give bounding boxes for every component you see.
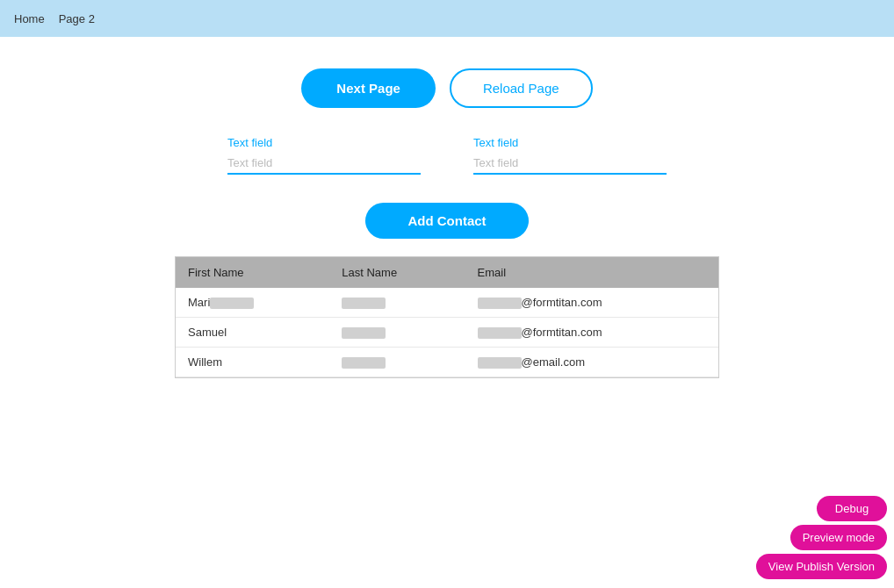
field2-label: Text field — [473, 136, 667, 149]
table-header-row: First Name Last Name Email — [176, 257, 718, 288]
action-buttons-row: Next Page Reload Page — [0, 37, 894, 108]
nav-page2[interactable]: Page 2 — [59, 12, 95, 25]
table-row: Samuel @formtitan.com — [176, 318, 718, 348]
field-group-2: Text field — [473, 136, 667, 175]
contacts-table: First Name Last Name Email Mari @formtit… — [176, 257, 718, 377]
main-content: Next Page Reload Page Text field Text fi… — [0, 37, 894, 588]
next-page-button[interactable]: Next Page — [301, 68, 436, 108]
topbar: Home Page 2 — [0, 0, 894, 37]
col-lastname: Last Name — [329, 257, 465, 288]
row1-lastname — [329, 288, 465, 318]
field-group-1: Text field — [227, 136, 421, 175]
reload-page-button[interactable]: Reload Page — [450, 68, 593, 108]
add-contact-row: Add Contact — [0, 203, 894, 239]
row2-lastname — [329, 318, 465, 348]
blurred-text — [342, 357, 386, 369]
debug-button[interactable]: Debug — [817, 496, 887, 521]
blurred-text — [342, 298, 386, 309]
row3-firstname: Willem — [176, 348, 329, 377]
add-contact-button[interactable]: Add Contact — [365, 203, 528, 239]
view-publish-button[interactable]: View Publish Version — [756, 554, 887, 579]
text-fields-row: Text field Text field — [0, 136, 894, 175]
nav-home[interactable]: Home — [14, 12, 45, 25]
bottom-right-buttons: Debug Preview mode View Publish Version — [756, 496, 887, 579]
blurred-text — [478, 327, 522, 339]
field1-label: Text field — [227, 136, 421, 149]
col-firstname: First Name — [176, 257, 329, 288]
table-row: Mari @formtitan.com — [176, 288, 718, 318]
blurred-text — [342, 327, 386, 339]
table-row: Willem @email.com — [176, 348, 718, 377]
row2-firstname: Samuel — [176, 318, 329, 348]
blurred-text — [210, 298, 254, 309]
row1-firstname: Mari — [176, 288, 329, 318]
contacts-table-container: First Name Last Name Email Mari @formtit… — [175, 256, 719, 378]
blurred-text — [478, 298, 522, 309]
row3-email: @email.com — [465, 348, 718, 377]
row2-email: @formtitan.com — [465, 318, 718, 348]
row1-email: @formtitan.com — [465, 288, 718, 318]
text-field-2[interactable] — [473, 153, 667, 175]
preview-mode-button[interactable]: Preview mode — [790, 525, 887, 550]
row3-lastname — [329, 348, 465, 377]
blurred-text — [478, 357, 522, 369]
col-email: Email — [465, 257, 718, 288]
text-field-1[interactable] — [227, 153, 421, 175]
